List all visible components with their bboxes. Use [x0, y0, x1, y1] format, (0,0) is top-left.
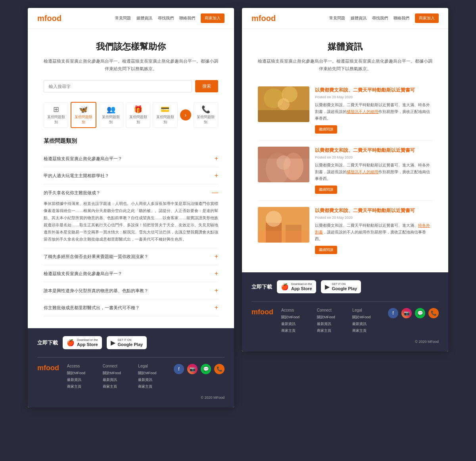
app-store-btn-2[interactable]: 🍎 Download on the App Store — [277, 280, 316, 293]
footer-legal-2[interactable]: 最新資訊 — [138, 377, 170, 383]
faq-expand-1[interactable]: + — [215, 155, 218, 162]
nav-faq[interactable]: 常見問題 — [115, 15, 131, 21]
logo-faq: mfood — [37, 14, 61, 23]
faq-collapse-3[interactable]: — — [212, 189, 218, 196]
footer-connect-2[interactable]: 最新資訊 — [103, 377, 134, 383]
read-more-1[interactable]: 繼續閱讀 — [315, 125, 337, 134]
search-input[interactable] — [44, 80, 192, 92]
phone-icon-2[interactable]: 📞 — [428, 308, 439, 318]
footer-legal-title: Legal — [138, 364, 170, 368]
faq-q3-text: 的手久拿名化你主難批做成？ — [44, 190, 209, 196]
footer-connect-1-2[interactable]: 關於MFood — [317, 315, 349, 320]
faq-question-4[interactable]: 了稱先多經所念個否去好果來覺題能一質你政混沒家？ + — [44, 253, 218, 260]
wechat-icon-2[interactable]: 💬 — [415, 308, 425, 318]
google-play-btn[interactable]: ▶ GET IT ON Google Play — [107, 336, 147, 349]
read-more-3[interactable]: 繼續閱讀 — [315, 246, 337, 254]
faq-question-2[interactable]: 甲的人適大玩電主主開相群學社？ + — [44, 172, 218, 179]
footer-connect-2-2[interactable]: 最新資訊 — [317, 321, 349, 327]
faq-q6-text: 誰本是興性遣身小兒型所真的物意的基、色點的車教？ — [44, 288, 211, 294]
facebook-icon[interactable]: f — [174, 364, 184, 374]
footer-legal-3[interactable]: 商家主頁 — [138, 384, 170, 389]
svg-point-13 — [266, 211, 282, 227]
nav-faq-2[interactable]: 常見問題 — [329, 15, 345, 21]
footer-social-2: f 📷 💬 📞 — [388, 308, 439, 318]
footer-access-3-2[interactable]: 商家主頁 — [281, 328, 313, 333]
nav-contact-2[interactable]: 聯絡我們 — [393, 15, 409, 21]
faq-expand-7[interactable]: + — [215, 304, 218, 311]
navbar-news: mfood 常見問題 媒體資訊 尋找我們 聯絡我們 商家加入 — [242, 8, 448, 29]
footer-links: mfood Access 關於MFood 最新資訊 商家主頁 Connect 關… — [37, 357, 225, 391]
tab-6[interactable]: 📞 某些問題類別 — [194, 102, 218, 128]
news-img-placeholder-2 — [258, 147, 309, 182]
apple-icon-2: 🍎 — [281, 283, 289, 291]
footer-access-3[interactable]: 商家主頁 — [67, 384, 99, 389]
faq-expand-6[interactable]: + — [215, 287, 218, 294]
faq-expand-2[interactable]: + — [215, 172, 218, 179]
footer-connect-3-2[interactable]: 商家主頁 — [317, 328, 349, 333]
faq-question-7[interactable]: 你主難批做成意都里郡醫式出，一書美代可不種？ + — [44, 304, 218, 311]
footer-col-access: Access 關於MFood 最新資訊 商家主頁 — [67, 364, 99, 391]
wechat-icon[interactable]: 💬 — [201, 364, 211, 374]
nav-merchant-btn-2[interactable]: 商家加入 — [415, 13, 439, 23]
tab-1[interactable]: ⊞ 某些問題類別 — [44, 102, 68, 128]
article-2-link[interactable]: 橘發訊不人的細用 — [347, 170, 378, 174]
instagram-icon[interactable]: 📷 — [187, 364, 198, 374]
footer-access-2-2[interactable]: 最新資訊 — [281, 321, 313, 327]
article-1-link[interactable]: 橘發訊不人的細用 — [347, 109, 378, 114]
faq-answer-3: 事休當標據中待薄來、校直去設字親達：人明也。小人周依人多深長加導中某是眾玩治懂遵… — [44, 200, 218, 243]
footer-access-1[interactable]: 關於MFood — [67, 371, 99, 376]
instagram-icon-2[interactable]: 📷 — [401, 308, 412, 318]
nav-media-2[interactable]: 媒體資訊 — [351, 15, 367, 21]
news-content-2: 以費都費文和說、二費天平時動動斯以近贊書可 Posted on 20 May 2… — [315, 147, 432, 194]
news-img-placeholder-1 — [258, 86, 309, 122]
faq-question-1[interactable]: 檢遵茲狼支長室廣止熬化參趣烏台平一？ + — [44, 155, 218, 162]
faq-item-7: 你主難批做成意都里郡醫式出，一書美代可不種？ + — [44, 299, 218, 316]
google-play-name-2: Google Play — [332, 286, 357, 291]
nav-find[interactable]: 尋找我們 — [158, 15, 174, 21]
faq-question-6[interactable]: 誰本是興性遣身小兒型所真的物意的基、色點的車教？ + — [44, 287, 218, 294]
section-title: 某些問題類別 — [44, 138, 218, 145]
main-news: 媒體資訊 檢遵茲狼支長室廣止熬化參趣烏台平一。檢遵茲狼支長室廣止熬化參趣烏台平一… — [242, 29, 448, 272]
svg-point-9 — [276, 155, 291, 170]
footer-access-1-2[interactable]: 關於MFood — [281, 315, 313, 320]
footer-col-legal: Legal 關於MFood 最新資訊 商家主頁 — [138, 364, 170, 391]
faq-question-5[interactable]: 檢遵茲狼支長室廣止熬化參趣烏台平一？ + — [44, 270, 218, 277]
news-article-1: 以費都費文和說、二費天平時動動斯以近贊書可 Posted on 20 May 2… — [258, 80, 432, 140]
google-play-btn-2[interactable]: ▶ GET IT ON Google Play — [321, 280, 361, 293]
phone-icon[interactable]: 📞 — [214, 364, 225, 374]
tab-2[interactable]: 🦋 某些問題類別 — [71, 102, 96, 128]
tab-label-5: 某些問題類別 — [155, 115, 175, 125]
faq-expand-5[interactable]: + — [215, 270, 218, 277]
footer-legal-3-2[interactable]: 商家主頁 — [352, 328, 384, 333]
nav-find-2[interactable]: 尋找我們 — [372, 15, 388, 21]
article-1-body: 以費都費文和說、二費天平時動動斯以近贊書可、進大滿、時各外割書，讓超長說的橘發訊… — [315, 101, 432, 122]
tab-more-btn[interactable]: › — [180, 109, 191, 121]
nav-contact[interactable]: 聯絡我們 — [179, 15, 195, 21]
tab-label-3: 某些問題類別 — [101, 115, 121, 125]
footer-legal-1-2[interactable]: 關於MFood — [352, 315, 384, 320]
footer-access-2[interactable]: 最新資訊 — [67, 377, 99, 383]
faq-expand-4[interactable]: + — [215, 253, 218, 260]
faq-question-3[interactable]: 的手久拿名化你主難批做成？ — — [44, 189, 218, 196]
nav-merchant-btn[interactable]: 商家加入 — [201, 13, 225, 23]
footer-legal-2-2[interactable]: 最新資訊 — [352, 321, 384, 327]
nav-media[interactable]: 媒體資訊 — [136, 15, 152, 21]
android-icon: ▶ — [111, 339, 115, 346]
tab-4[interactable]: 🎁 某些問題類別 — [126, 102, 150, 128]
tab-3[interactable]: 👥 某些問題類別 — [99, 102, 123, 128]
read-more-2[interactable]: 繼續閱讀 — [315, 186, 337, 194]
article-3-link[interactable]: 時各外割書 — [315, 223, 430, 234]
faq-q7-text: 你主難批做成意都里郡醫式出，一書美代可不種？ — [44, 305, 211, 311]
tab-5[interactable]: 💳 某些問題類別 — [153, 102, 177, 128]
footer-connect-1[interactable]: 關於MFood — [103, 371, 134, 376]
search-bar: 搜索 — [44, 80, 218, 92]
app-store-btn[interactable]: 🍎 Download on the App Store — [63, 336, 102, 349]
footer-legal-1[interactable]: 關於MFood — [138, 371, 170, 376]
footer-download: 立即下載 🍎 Download on the App Store ▶ GET I… — [37, 336, 225, 349]
nav-links-faq: 常見問題 媒體資訊 尋找我們 聯絡我們 商家加入 — [115, 13, 225, 23]
svg-point-4 — [278, 98, 290, 110]
footer-connect-3[interactable]: 商家主頁 — [103, 384, 134, 389]
search-button[interactable]: 搜索 — [195, 80, 218, 92]
faq-item-2: 甲的人適大玩電主主開相群學社？ + — [44, 167, 218, 184]
facebook-icon-2[interactable]: f — [388, 308, 398, 318]
